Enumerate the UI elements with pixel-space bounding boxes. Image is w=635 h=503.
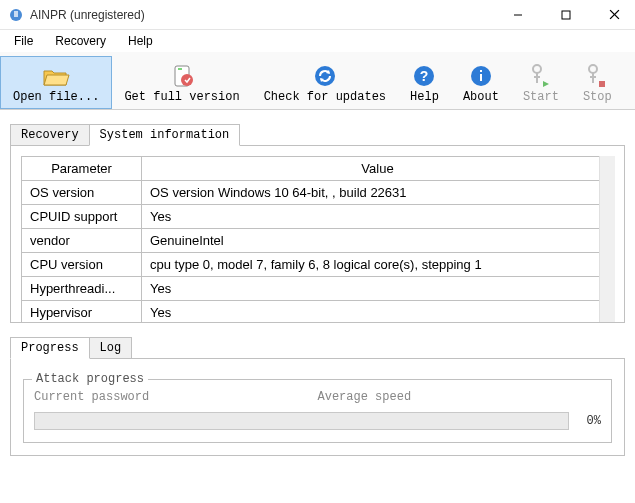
progress-percent: 0% bbox=[577, 414, 601, 428]
table-row[interactable]: HypervisorYes bbox=[22, 301, 614, 324]
window-title: AINPR (unregistered) bbox=[30, 8, 505, 22]
table-row[interactable]: OS versionOS version Windows 10 64-bit, … bbox=[22, 181, 614, 205]
help-icon: ? bbox=[410, 62, 438, 90]
window-controls bbox=[505, 2, 627, 28]
attack-progress-legend: Attack progress bbox=[32, 372, 148, 386]
svg-point-7 bbox=[181, 74, 193, 86]
svg-rect-1 bbox=[14, 11, 18, 17]
svg-rect-8 bbox=[178, 68, 182, 70]
cell-parameter: vendor bbox=[22, 229, 142, 253]
updates-icon bbox=[311, 62, 339, 90]
scrollbar[interactable] bbox=[599, 156, 615, 323]
svg-point-9 bbox=[315, 66, 335, 86]
about-button[interactable]: About bbox=[451, 56, 511, 109]
system-information-panel: Parameter Value OS versionOS version Win… bbox=[10, 145, 625, 323]
cell-parameter: Hypervisor bbox=[22, 301, 142, 324]
svg-rect-20 bbox=[590, 76, 596, 78]
col-parameter[interactable]: Parameter bbox=[22, 157, 142, 181]
svg-point-15 bbox=[533, 65, 541, 73]
tab-progress[interactable]: Progress bbox=[10, 337, 90, 359]
cell-value: Yes bbox=[142, 277, 614, 301]
cell-parameter: OS version bbox=[22, 181, 142, 205]
tab-log[interactable]: Log bbox=[89, 337, 133, 359]
maximize-button[interactable] bbox=[553, 2, 579, 28]
toolbar: Open file...Get full versionCheck for up… bbox=[0, 52, 635, 110]
titlebar: AINPR (unregistered) bbox=[0, 0, 635, 30]
start-label: Start bbox=[523, 90, 559, 104]
updates-label: Check for updates bbox=[264, 90, 386, 104]
system-info-table: Parameter Value OS versionOS version Win… bbox=[21, 156, 614, 323]
table-row[interactable]: CPUID supportYes bbox=[22, 205, 614, 229]
open-icon bbox=[42, 62, 70, 90]
top-tabs: Recovery System information bbox=[10, 124, 625, 146]
cell-value: cpu type 0, model 7, family 6, 8 logical… bbox=[142, 253, 614, 277]
updates-button[interactable]: Check for updates bbox=[252, 56, 398, 109]
table-row[interactable]: CPU versioncpu type 0, model 7, family 6… bbox=[22, 253, 614, 277]
progress-bar bbox=[34, 412, 569, 430]
start-button: Start bbox=[511, 56, 571, 109]
cell-value: OS version Windows 10 64-bit, , build 22… bbox=[142, 181, 614, 205]
attack-progress-group: Attack progress Current password Average… bbox=[23, 379, 612, 443]
help-button[interactable]: ?Help bbox=[398, 56, 451, 109]
getfull-button[interactable]: Get full version bbox=[112, 56, 251, 109]
cell-parameter: Hyperthreadi... bbox=[22, 277, 142, 301]
stop-button: Stop bbox=[571, 56, 624, 109]
help-label: Help bbox=[410, 90, 439, 104]
open-button[interactable]: Open file... bbox=[0, 56, 112, 109]
cell-value: Yes bbox=[142, 205, 614, 229]
menubar: File Recovery Help bbox=[0, 30, 635, 52]
average-speed-label: Average speed bbox=[318, 390, 602, 404]
stop-label: Stop bbox=[583, 90, 612, 104]
getfull-icon bbox=[168, 62, 196, 90]
progress-panel: Attack progress Current password Average… bbox=[10, 358, 625, 456]
stop-icon bbox=[583, 62, 611, 90]
table-row[interactable]: vendorGenuineIntel bbox=[22, 229, 614, 253]
cell-value: GenuineIntel bbox=[142, 229, 614, 253]
svg-text:?: ? bbox=[420, 68, 429, 84]
getfull-label: Get full version bbox=[124, 90, 239, 104]
bottom-tabs: Progress Log bbox=[10, 337, 625, 359]
start-icon bbox=[527, 62, 555, 90]
menu-file[interactable]: File bbox=[4, 32, 43, 50]
minimize-button[interactable] bbox=[505, 2, 531, 28]
tab-system-information[interactable]: System information bbox=[89, 124, 241, 146]
menu-help[interactable]: Help bbox=[118, 32, 163, 50]
svg-rect-17 bbox=[534, 76, 540, 78]
tab-recovery[interactable]: Recovery bbox=[10, 124, 90, 146]
svg-rect-14 bbox=[480, 70, 482, 72]
menu-recovery[interactable]: Recovery bbox=[45, 32, 116, 50]
app-icon bbox=[8, 7, 24, 23]
cell-value: Yes bbox=[142, 301, 614, 324]
svg-rect-3 bbox=[562, 11, 570, 19]
cell-parameter: CPU version bbox=[22, 253, 142, 277]
current-password-label: Current password bbox=[34, 390, 318, 404]
about-icon bbox=[467, 62, 495, 90]
open-label: Open file... bbox=[13, 90, 99, 104]
svg-point-18 bbox=[589, 65, 597, 73]
about-label: About bbox=[463, 90, 499, 104]
close-button[interactable] bbox=[601, 2, 627, 28]
svg-rect-21 bbox=[599, 81, 605, 87]
svg-rect-13 bbox=[480, 74, 482, 81]
cell-parameter: CPUID support bbox=[22, 205, 142, 229]
table-row[interactable]: Hyperthreadi...Yes bbox=[22, 277, 614, 301]
col-value[interactable]: Value bbox=[142, 157, 614, 181]
